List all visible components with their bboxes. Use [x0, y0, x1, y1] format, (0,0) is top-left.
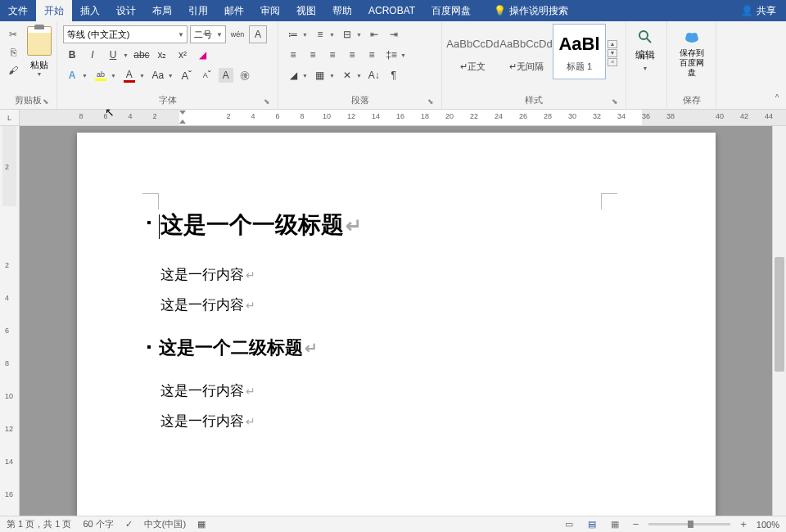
clear-format-button[interactable]: ◢: [194, 46, 212, 64]
view-read-mode-button[interactable]: ▭: [561, 518, 577, 531]
menu-layout[interactable]: 布局: [144, 0, 180, 21]
document-scroll[interactable]: 这是一个一级标题↵ 这是一行内容↵ 这是一行内容↵ 这是一个二级标题↵ 这是一行…: [20, 126, 772, 516]
align-right-button[interactable]: ≡: [323, 46, 341, 64]
underline-button[interactable]: U: [104, 46, 122, 64]
body-text[interactable]: 这是一行内容↵: [159, 412, 634, 431]
paste-button[interactable]: 粘贴 ▼: [22, 24, 56, 92]
document-area: 2246810121416 这是一个一级标题↵ 这是一行内容↵ 这是一行内容↵ …: [0, 126, 786, 516]
status-macro-icon[interactable]: ▦: [197, 519, 206, 530]
font-name-combo[interactable]: 等线 (中文正文) ▼: [63, 25, 187, 43]
clipboard-launcher[interactable]: ⬊: [41, 97, 51, 107]
menu-file[interactable]: 文件: [0, 0, 36, 21]
save-baidu-button[interactable]: 保存到百度网盘: [671, 24, 711, 92]
scrollbar-thumb[interactable]: [775, 257, 784, 372]
style-nospacing[interactable]: AaBbCcDd ↵无间隔: [499, 24, 553, 79]
shrink-font-button[interactable]: Aˇ: [198, 66, 216, 84]
menu-mailings[interactable]: 邮件: [216, 0, 252, 21]
status-bar: 第 1 页，共 1 页 60 个字 ✓ 中文(中国) ▦ ▭ ▤ ▦ − + 1…: [0, 516, 786, 532]
multilevel-list-button[interactable]: ⊟: [338, 25, 356, 43]
menu-review[interactable]: 审阅: [252, 0, 288, 21]
char-border-button[interactable]: A: [249, 25, 267, 43]
align-left-button[interactable]: ≡: [284, 46, 302, 64]
paragraph-launcher[interactable]: ⬊: [426, 97, 436, 107]
align-center-button[interactable]: ≡: [304, 46, 322, 64]
body-text[interactable]: 这是一行内容↵: [159, 265, 634, 284]
bullets-button[interactable]: ≔: [284, 25, 302, 43]
align-distribute-button[interactable]: ≡: [363, 46, 381, 64]
heading-bullet-icon: [147, 221, 151, 224]
font-size-combo[interactable]: 二号 ▼: [190, 25, 226, 43]
styles-expand[interactable]: ▲▼≡: [606, 24, 619, 83]
edit-button[interactable]: 编辑 ▼: [630, 24, 660, 109]
ribbon-group-paragraph: ≔▼ ≡▼ ⊟▼ ⇤ ⇥ ≡ ≡ ≡ ≡ ≡ ‡≡▼ ◢▼ ▦▼ ✕: [278, 21, 442, 109]
show-marks-button[interactable]: ¶: [385, 66, 403, 84]
menu-acrobat[interactable]: ACROBAT: [360, 0, 423, 21]
heading-2[interactable]: 这是一个二级标题↵: [149, 336, 634, 360]
paragraph-mark-icon: ↵: [246, 268, 255, 282]
numbering-button[interactable]: ≡: [311, 25, 329, 43]
document-page[interactable]: 这是一个一级标题↵ 这是一行内容↵ 这是一行内容↵ 这是一个二级标题↵ 这是一行…: [77, 133, 716, 516]
font-color-button[interactable]: A: [120, 66, 138, 84]
decrease-indent-button[interactable]: ⇤: [365, 25, 383, 43]
copy-button[interactable]: ⎘: [6, 45, 20, 60]
text-cursor: [159, 214, 160, 239]
ruler-vertical[interactable]: 2246810121416: [0, 126, 20, 516]
share-button[interactable]: 👤 共享: [731, 4, 786, 18]
cloud-icon: [684, 29, 700, 45]
pinyin-guide-button[interactable]: wén: [228, 25, 246, 43]
format-painter-button[interactable]: 🖌: [6, 63, 20, 78]
subscript-button[interactable]: x₂: [153, 46, 171, 64]
sort-button[interactable]: A↓: [365, 66, 383, 84]
ribbon: ✂ ⎘ 🖌 粘贴 ▼ 剪贴板 ⬊ 等线 (中文正文) ▼: [0, 21, 786, 110]
status-word-count[interactable]: 60 个字: [83, 518, 113, 530]
body-text[interactable]: 这是一行内容↵: [159, 295, 634, 314]
view-print-layout-button[interactable]: ▤: [584, 518, 600, 531]
enclose-char-button[interactable]: ㊝: [236, 66, 254, 84]
change-case-button[interactable]: Aa: [149, 66, 167, 84]
ruler-tab-selector[interactable]: L: [0, 110, 20, 125]
menu-home[interactable]: 开始: [36, 0, 72, 21]
tell-me-search[interactable]: 💡 操作说明搜索: [486, 4, 576, 18]
zoom-out-button[interactable]: −: [630, 518, 643, 530]
styles-launcher[interactable]: ⬊: [610, 97, 620, 107]
zoom-slider[interactable]: [648, 523, 730, 525]
menu-help[interactable]: 帮助: [324, 0, 360, 21]
menu-design[interactable]: 设计: [108, 0, 144, 21]
shading-button[interactable]: ◢: [284, 66, 302, 84]
lightbulb-icon: 💡: [494, 5, 506, 16]
asian-layout-button[interactable]: ✕: [338, 66, 356, 84]
status-page[interactable]: 第 1 页，共 1 页: [7, 518, 71, 530]
style-normal[interactable]: AaBbCcDd ↵正文: [446, 24, 499, 79]
status-language[interactable]: 中文(中国): [144, 518, 186, 530]
style-heading1[interactable]: AaBl 标题 1: [553, 24, 606, 79]
status-spellcheck-icon[interactable]: ✓: [125, 519, 133, 530]
view-web-layout-button[interactable]: ▦: [607, 518, 623, 531]
zoom-in-button[interactable]: +: [737, 518, 750, 530]
font-group-label: 字体 ⬊: [61, 92, 273, 109]
text-effects-button[interactable]: A: [63, 66, 81, 84]
cut-button[interactable]: ✂: [6, 27, 20, 42]
menu-insert[interactable]: 插入: [72, 0, 108, 21]
char-shading-button[interactable]: A: [219, 68, 233, 83]
font-launcher[interactable]: ⬊: [262, 97, 272, 107]
ruler-horizontal[interactable]: 8642246810121416182022242628303234363840…: [20, 110, 786, 125]
zoom-level[interactable]: 100%: [757, 520, 779, 530]
bold-button[interactable]: B: [63, 46, 81, 64]
menu-baidu[interactable]: 百度网盘: [423, 0, 479, 21]
borders-button[interactable]: ▦: [311, 66, 329, 84]
heading-1[interactable]: 这是一个一级标题↵: [159, 210, 634, 241]
ruler-indent-marker[interactable]: [179, 110, 187, 124]
italic-button[interactable]: I: [84, 46, 102, 64]
menu-references[interactable]: 引用: [180, 0, 216, 21]
strikethrough-button[interactable]: abc: [133, 46, 151, 64]
body-text[interactable]: 这是一行内容↵: [159, 381, 634, 400]
align-justify-button[interactable]: ≡: [343, 46, 361, 64]
line-spacing-button[interactable]: ‡≡: [382, 46, 400, 64]
vertical-scrollbar[interactable]: [772, 126, 786, 516]
grow-font-button[interactable]: Aˇ: [178, 66, 196, 84]
superscript-button[interactable]: x²: [174, 46, 192, 64]
menu-view[interactable]: 视图: [288, 0, 324, 21]
collapse-ribbon-button[interactable]: ^: [770, 93, 784, 106]
highlight-button[interactable]: ab: [92, 66, 110, 84]
increase-indent-button[interactable]: ⇥: [385, 25, 403, 43]
